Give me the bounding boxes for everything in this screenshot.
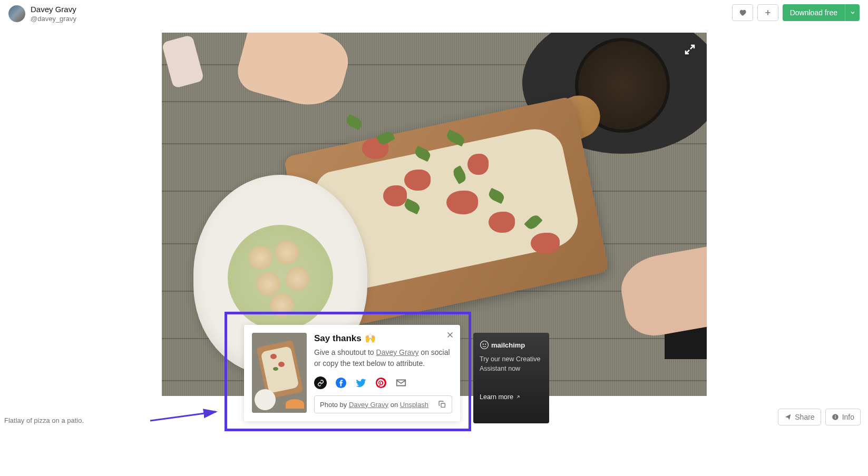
hands-emoji-icon: 🙌 (365, 333, 376, 344)
thanks-card: Say thanks 🙌 Give a shoutout to Davey Gr… (244, 325, 460, 421)
photo-caption: Flatlay of pizza on a patio. (4, 417, 84, 424)
twitter-icon (355, 377, 367, 389)
promo-brand: mailchimp (480, 340, 543, 350)
pinterest-button[interactable] (375, 377, 387, 389)
svg-point-4 (481, 341, 489, 349)
header: Davey Gravy @davey_gravy Download free (0, 0, 868, 23)
share-button[interactable]: Share (778, 409, 821, 425)
svg-line-0 (150, 412, 216, 421)
thanks-title: Say thanks 🙌 (314, 333, 452, 344)
info-label: Info (842, 413, 854, 421)
promo-text: Try our new Creative Assistant now (480, 355, 543, 373)
svg-point-9 (835, 415, 836, 417)
attribution-text: Photo by Davey Gravy on Unsplash (320, 401, 428, 409)
promo-brand-text: mailchimp (491, 341, 525, 349)
attribution-box: Photo by Davey Gravy on Unsplash (314, 395, 452, 413)
avatar[interactable] (8, 5, 25, 22)
thanks-highlight-box: Say thanks 🙌 Give a shoutout to Davey Gr… (225, 312, 471, 431)
author-block[interactable]: Davey Gravy @davey_gravy (8, 4, 76, 23)
thanks-title-text: Say thanks (314, 333, 362, 344)
svg-rect-3 (441, 403, 445, 407)
email-button[interactable] (395, 377, 407, 389)
thanks-thumbnail (252, 333, 307, 413)
author-name[interactable]: Davey Gravy (31, 4, 76, 15)
author-info: Davey Gravy @davey_gravy (31, 4, 76, 23)
download-dropdown[interactable] (845, 4, 860, 21)
author-handle[interactable]: @davey_gravy (31, 15, 76, 24)
svg-point-5 (483, 343, 484, 344)
svg-point-6 (485, 343, 486, 344)
thanks-body: Say thanks 🙌 Give a shoutout to Davey Gr… (314, 333, 452, 413)
pinterest-icon (375, 377, 387, 389)
thanks-subtitle: Give a shoutout to Davey Gravy on social… (314, 347, 452, 369)
header-actions: Download free (732, 4, 860, 21)
author-link[interactable]: Davey Gravy (376, 348, 419, 356)
link-icon (317, 380, 324, 386)
social-row (314, 376, 452, 389)
facebook-icon (335, 377, 347, 389)
info-button[interactable]: Info (825, 409, 861, 425)
close-button[interactable] (445, 330, 455, 340)
bottom-actions: Share Info (778, 409, 861, 425)
info-icon (832, 413, 839, 421)
promo-panel[interactable]: mailchimp Try our new Creative Assistant… (473, 333, 549, 423)
chevron-down-icon (850, 9, 856, 16)
facebook-button[interactable] (335, 377, 347, 389)
attribution-author-link[interactable]: Davey Gravy (349, 401, 388, 409)
copy-icon (438, 400, 446, 409)
close-icon (445, 330, 455, 340)
arrow-icon (515, 394, 521, 400)
twitter-button[interactable] (355, 377, 367, 389)
email-icon (395, 377, 407, 389)
expand-button[interactable] (684, 43, 696, 56)
attribution-site-link[interactable]: Unsplash (400, 401, 428, 409)
share-icon (784, 413, 792, 421)
copy-link-button[interactable] (314, 376, 327, 389)
copy-attribution-button[interactable] (438, 400, 446, 409)
annotation-arrow (148, 408, 221, 423)
download-group: Download free (783, 4, 860, 21)
promo-cta[interactable]: Learn more (480, 393, 543, 401)
share-label: Share (795, 413, 814, 421)
mailchimp-icon (480, 340, 489, 350)
plus-icon (764, 8, 772, 17)
expand-icon (684, 43, 696, 56)
like-button[interactable] (732, 4, 753, 21)
download-button[interactable]: Download free (783, 4, 845, 21)
svg-rect-8 (835, 417, 835, 419)
add-button[interactable] (757, 4, 778, 21)
heart-icon (738, 8, 747, 17)
